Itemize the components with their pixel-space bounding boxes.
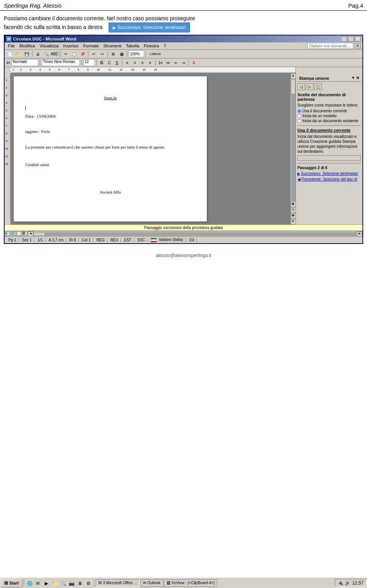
maximize-button[interactable]: □ [348,36,354,42]
ql-extra4[interactable]: ⚙ [84,579,92,587]
quick-launch: 🌐 ✉ ▶ 📁 🔍 📷 🖥 ⚙ [26,579,92,587]
italic-button[interactable]: C [106,59,113,66]
menu-modifica[interactable]: Modifica [18,43,37,48]
scroll-down-button[interactable]: ▼ [291,219,296,225]
view-normal[interactable]: ≡ [5,231,10,236]
hscroll-left[interactable]: ◄ [28,231,33,237]
tb-sep3 [88,51,88,57]
font-color[interactable]: A [190,59,197,66]
ql-media[interactable]: ▶ [42,579,50,587]
panel-radio1[interactable] [297,109,301,113]
tb-reading[interactable]: Lettura [148,50,163,57]
start-button[interactable]: ⊞ Start [1,579,22,587]
tb-open[interactable]: 📂 [15,50,22,57]
view-outline[interactable]: ≣ [22,231,28,236]
align-justify[interactable]: ≡ [147,59,154,66]
ql-ie[interactable]: 🌐 [26,579,33,587]
close-button[interactable]: ✕ [355,36,361,42]
document-page[interactable]: Spett.le Data: 13/09/2004 oggetto : Feri… [14,76,207,221]
tb-table[interactable]: ⊞ [109,50,117,57]
align-right[interactable]: ≡ [139,59,146,66]
status-lang: Italiano (Italia) [148,237,185,242]
doc-background: Spett.le Data: 13/09/2004 oggetto : Feri… [11,73,290,225]
doc-spacer3 [25,158,195,162]
view-print[interactable]: 📄 [16,231,22,236]
align-left[interactable]: ≡ [124,59,131,66]
panel-radio1-row: Usa il documento corrente [297,109,361,113]
ql-extra1[interactable]: 🔍 [59,579,67,587]
ask-input[interactable] [307,43,353,49]
indent-inc[interactable]: ⇒ [180,59,187,66]
ql-email[interactable]: ✉ [34,579,42,587]
svg-text:4: 4 [39,68,41,71]
tb-columns[interactable]: ▦ [118,50,125,57]
menu-tabella[interactable]: Tabella [124,43,141,48]
tb-redo[interactable]: ↪ [98,50,106,57]
xnview-taskbar-btn[interactable]: 🖼 XnView - [<ClipBoard-4>] [164,579,218,587]
panel-close-btn[interactable]: ✕ [355,43,361,48]
tb-zoom[interactable]: 100% [129,50,144,57]
word-taskbar-label: 3 Microsoft Office ... [103,581,137,585]
svg-text:1: 1 [13,68,14,71]
panel-back-btn[interactable]: ◁ [297,83,305,90]
ql-folder[interactable]: 📁 [51,579,58,587]
bold-button[interactable]: G [98,59,105,66]
tb-new[interactable]: 📄 [6,50,14,57]
status-rig: Ri 6 [67,238,79,242]
panel-radio2[interactable] [297,114,301,118]
panel-passage: Passaggio 2 di 6 Successivo: Selezione d… [297,166,361,181]
menu-file[interactable]: File [6,43,17,48]
list-num[interactable]: 1≡ [157,59,164,66]
view-web[interactable]: 🌐 [11,231,16,236]
panel-next-link[interactable]: Successivo: Selezione destinatari [297,171,361,176]
align-center[interactable]: ≡ [132,59,138,66]
tb-undo[interactable]: ↩ [90,50,97,57]
size-dropdown[interactable]: 12 [83,59,95,66]
taskbar-sep2 [94,579,94,587]
doc-spacer1 [25,123,195,129]
style-dropdown[interactable]: Normale [11,59,38,66]
menu-formato[interactable]: Formato [81,43,101,48]
indent-dec[interactable]: ⇐ [172,59,179,66]
panel-close-icon[interactable]: ✕ [356,76,359,81]
tb-copy[interactable]: 📋 [70,50,78,57]
svg-text:2: 2 [6,86,7,89]
next-button-inline[interactable]: Successivo: Selezione destinatari [109,23,190,32]
ruler-area: 1 2 3 4 5 6 7 8 9 10 11 12 13 14 15 [5,67,362,73]
panel-radio3[interactable] [297,119,301,123]
tb-cut[interactable]: ✂ [62,50,70,57]
menu-finestra[interactable]: Finestra [142,43,161,48]
scroll-prev-page[interactable]: ◉ [291,202,296,207]
scroll-next-page[interactable]: ◉ [291,213,296,218]
hscroll-thumb[interactable] [34,232,45,236]
tb-preview[interactable]: 🔍 [42,50,50,57]
ql-extra3[interactable]: 🖥 [76,579,84,587]
font-dropdown[interactable]: Times New Roman [42,59,80,66]
menu-visualizza[interactable]: Visualizza [38,43,60,48]
panel-scrollbar[interactable] [297,155,361,161]
underline-button[interactable]: S [114,59,120,66]
doc-oggetto: oggetto : Ferie. [25,129,195,134]
ql-extra2[interactable]: 📷 [68,579,75,587]
scroll-up-button[interactable]: ▲ [291,73,296,79]
tb-save[interactable]: 💾 [23,50,31,57]
outlook-taskbar-btn[interactable]: ✉ Outlook [140,579,163,587]
minimize-button[interactable]: _ [341,36,347,42]
panel-prev-link[interactable]: ◀Precedente: Selezione del tipo di [297,177,361,181]
horizontal-scrollbar: ◄ ► [28,231,362,236]
scroll-select[interactable]: ◎ [291,207,296,213]
word-taskbar-btn[interactable]: W 3 Microsoft Office ... [96,579,140,587]
taskbar-sep1 [24,579,24,587]
panel-menu-btn[interactable]: ▼ [351,76,355,81]
menu-strumenti[interactable]: Strumenti [101,43,123,48]
tb-paste[interactable]: 📌 [79,50,86,57]
tb-spell[interactable]: ABC [51,50,58,57]
menu-inserisci[interactable]: Inserisci [61,43,80,48]
scroll-thumb[interactable] [291,79,296,94]
list-bullet[interactable]: •≡ [165,59,172,66]
menu-help[interactable]: ? [162,43,168,48]
hscroll-right[interactable]: ► [357,231,362,237]
panel-home-btn[interactable]: 🏠 [314,83,322,90]
tb-print[interactable]: 🖨 [34,50,42,57]
panel-forward-btn[interactable]: ▷ [306,83,313,90]
